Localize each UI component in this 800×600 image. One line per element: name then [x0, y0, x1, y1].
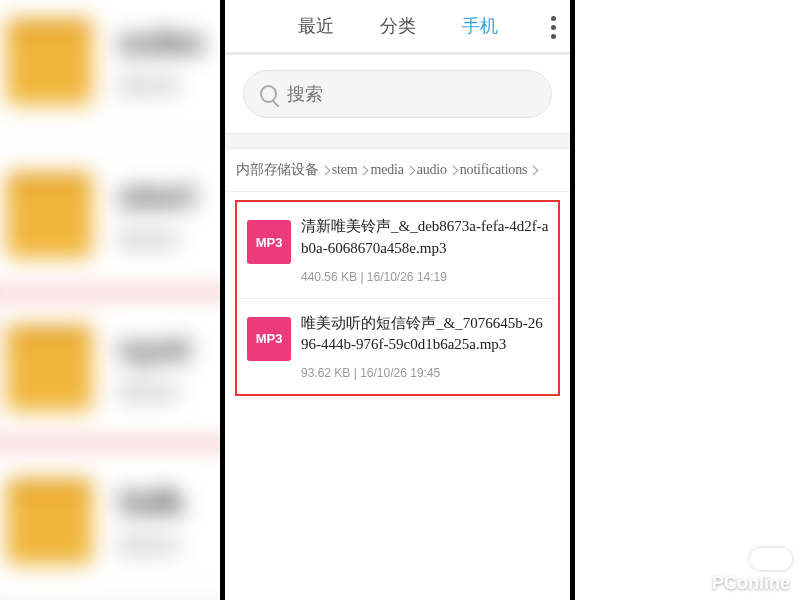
tab-recent[interactable]: 最近	[292, 0, 340, 52]
file-meta: 440.56 KB | 16/10/26 14:19	[301, 270, 550, 284]
folder-icon	[6, 171, 92, 257]
watermark-badge	[750, 548, 792, 570]
file-name: 清新唯美铃声_&_deb8673a-fefa-4d2f-ab0a-6068670…	[301, 216, 550, 260]
chevron-right-icon	[359, 165, 369, 175]
section-separator	[225, 133, 570, 149]
folder-icon	[6, 325, 92, 411]
crumb-seg[interactable]: stem	[331, 162, 359, 178]
file-type-badge: MP3	[247, 220, 291, 264]
file-row[interactable]: MP3 唯美动听的短信铃声_&_7076645b-2696-444b-976f-…	[237, 298, 558, 395]
chevron-right-icon	[529, 165, 539, 175]
file-type-badge: MP3	[247, 317, 291, 361]
crumb-seg[interactable]: audio	[416, 162, 448, 178]
crumb-seg[interactable]: media	[369, 162, 404, 178]
breadcrumb[interactable]: 内部存储设备 stem media audio notifications	[225, 149, 570, 192]
file-name: 唯美动听的短信铃声_&_7076645b-2696-444b-976f-59c0…	[301, 313, 550, 357]
folder-icon	[6, 18, 92, 104]
chevron-right-icon	[405, 165, 415, 175]
tab-category[interactable]: 分类	[374, 0, 422, 52]
tab-phone[interactable]: 手机	[456, 0, 504, 52]
phone-frame: 最近 分类 手机 内部存储设备 stem media audio notific…	[220, 0, 575, 600]
file-row[interactable]: MP3 清新唯美铃声_&_deb8673a-fefa-4d2f-ab0a-606…	[237, 202, 558, 298]
chevron-right-icon	[320, 165, 330, 175]
search-input[interactable]	[287, 84, 535, 105]
chevron-right-icon	[448, 165, 458, 175]
crumb-seg[interactable]: 内部存储设备	[235, 161, 320, 179]
search-bar	[225, 55, 570, 133]
more-menu-icon[interactable]	[551, 0, 556, 55]
folder-icon	[6, 478, 92, 564]
highlighted-file-list: MP3 清新唯美铃声_&_deb8673a-fefa-4d2f-ab0a-606…	[235, 200, 560, 396]
top-tabs: 最近 分类 手机	[225, 0, 570, 55]
crumb-seg[interactable]: notifications	[459, 162, 528, 178]
watermark: PConline	[712, 573, 790, 594]
search-icon	[260, 85, 277, 103]
file-meta: 93.62 KB | 16/10/26 19:45	[301, 366, 550, 380]
